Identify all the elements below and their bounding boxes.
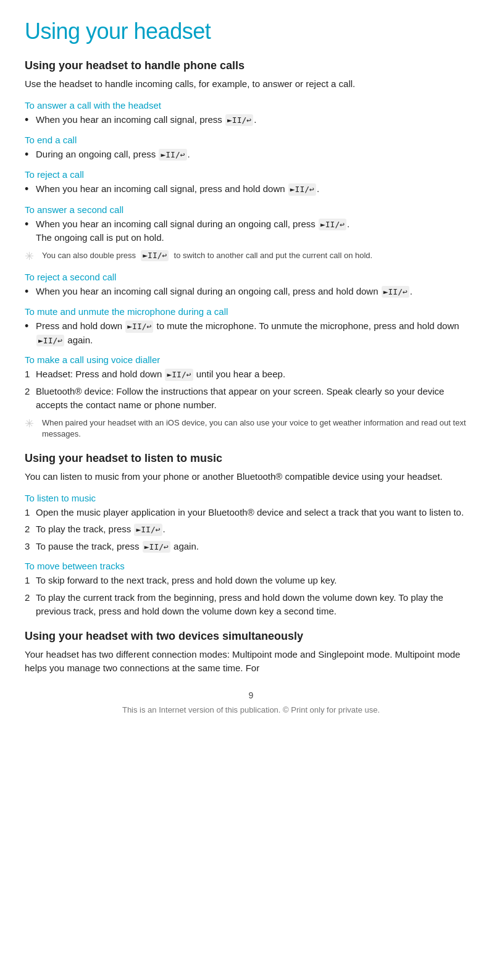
list-item: 2 Bluetooth® device: Follow the instruct…: [25, 385, 477, 413]
move-step2: To play the current track from the begin…: [36, 591, 477, 619]
button-icon: ►II/↩: [134, 524, 162, 536]
voice-dialler-block: To make a call using voice dialler 1 Hea…: [25, 354, 477, 440]
two-devices-heading: Using your headset with two devices simu…: [25, 630, 477, 643]
list-item: 2 To play the track, press ►II/↩.: [25, 522, 477, 537]
answer-second-text: When you hear an incoming call signal du…: [36, 217, 349, 245]
listen-step2: To play the track, press ►II/↩.: [36, 522, 165, 537]
button-icon: ►II/↩: [36, 335, 64, 347]
bullet-icon: •: [25, 148, 36, 162]
button-icon: ►II/↩: [143, 541, 170, 553]
footer-text: This is an Internet version of this publ…: [25, 705, 477, 714]
answer-second-title: To answer a second call: [25, 204, 477, 215]
two-devices-intro: Your headset has two different connectio…: [25, 648, 477, 676]
end-call-block: To end a call • During an ongoing call, …: [25, 135, 477, 162]
voice-dialler-step1: Headset: Press and hold down ►II/↩ until…: [36, 367, 285, 382]
listen-music-title: To listen to music: [25, 493, 477, 503]
button-icon: ►II/↩: [382, 286, 409, 298]
reject-second-title: To reject a second call: [25, 272, 477, 282]
music-heading: Using your headset to listen to music: [25, 452, 477, 465]
mute-block: To mute and unmute the microphone during…: [25, 306, 477, 347]
tip-text: You can also double press ►II/↩ to switc…: [42, 250, 372, 261]
button-icon: ►II/↩: [159, 149, 186, 161]
bullet-icon: •: [25, 319, 36, 333]
bullet-icon: •: [25, 113, 36, 127]
list-num: 1: [25, 506, 36, 520]
phone-calls-intro: Use the headset to handle incoming calls…: [25, 77, 477, 91]
listen-music-block: To listen to music 1 Open the music play…: [25, 493, 477, 554]
bullet-icon: •: [25, 217, 36, 232]
answer-call-block: To answer a call with the headset • When…: [25, 100, 477, 127]
list-item: 1 To skip forward to the next track, pre…: [25, 574, 477, 588]
end-call-text: During an ongoing call, press ►II/↩.: [36, 148, 190, 162]
list-item: 3 To pause the track, press ►II/↩ again.: [25, 540, 477, 554]
list-item: • When you hear an incoming call signal …: [25, 285, 477, 299]
listen-step3: To pause the track, press ►II/↩ again.: [36, 540, 199, 554]
list-item: • When you hear an incoming call signal,…: [25, 113, 477, 127]
list-num: 2: [25, 385, 36, 399]
button-icon: ►II/↩: [288, 183, 316, 196]
page-title: Using your headset: [25, 19, 477, 44]
button-icon: ►II/↩: [141, 250, 169, 261]
list-item: • When you hear an incoming call signal …: [25, 217, 477, 245]
list-item: • Press and hold down ►II/↩ to mute the …: [25, 319, 477, 347]
list-num: 1: [25, 367, 36, 382]
reject-call-title: To reject a call: [25, 169, 477, 180]
voice-dialler-step2: Bluetooth® device: Follow the instructio…: [36, 385, 477, 413]
two-devices-section: Using your headset with two devices simu…: [25, 630, 477, 676]
button-icon: ►II/↩: [125, 320, 153, 333]
list-item: 1 Open the music player application in y…: [25, 506, 477, 520]
bullet-icon: •: [25, 285, 36, 299]
tip-icon: ✳: [25, 416, 40, 432]
list-item: 1 Headset: Press and hold down ►II/↩ unt…: [25, 367, 477, 382]
move-step1: To skip forward to the next track, press…: [36, 574, 337, 588]
tip-icon: ✳: [25, 249, 40, 264]
reject-call-text: When you hear an incoming call signal, p…: [36, 182, 319, 196]
listen-step1: Open the music player application in you…: [36, 506, 464, 520]
end-call-title: To end a call: [25, 135, 477, 145]
tip-box: ✳ When paired your headset with an iOS d…: [25, 417, 477, 440]
button-icon: ►II/↩: [319, 219, 346, 231]
list-num: 3: [25, 540, 36, 554]
list-num: 1: [25, 574, 36, 588]
music-intro: You can listen to music from your phone …: [25, 470, 477, 484]
answer-call-text: When you hear an incoming call signal, p…: [36, 113, 256, 127]
list-num: 2: [25, 591, 36, 605]
mute-text: Press and hold down ►II/↩ to mute the mi…: [36, 319, 477, 347]
move-tracks-title: To move between tracks: [25, 561, 477, 571]
answer-second-block: To answer a second call • When you hear …: [25, 204, 477, 264]
phone-calls-section: Using your headset to handle phone calls…: [25, 59, 477, 440]
answer-call-title: To answer a call with the headset: [25, 100, 477, 111]
move-tracks-block: To move between tracks 1 To skip forward…: [25, 561, 477, 619]
list-item: • During an ongoing call, press ►II/↩.: [25, 148, 477, 162]
phone-calls-heading: Using your headset to handle phone calls: [25, 59, 477, 72]
reject-second-block: To reject a second call • When you hear …: [25, 272, 477, 299]
page-number: 9: [25, 690, 477, 700]
music-section: Using your headset to listen to music Yo…: [25, 452, 477, 619]
list-item: 2 To play the current track from the beg…: [25, 591, 477, 619]
tip-box: ✳ You can also double press ►II/↩ to swi…: [25, 250, 477, 264]
list-num: 2: [25, 522, 36, 537]
tip-text: When paired your headset with an iOS dev…: [42, 417, 477, 440]
list-item: • When you hear an incoming call signal,…: [25, 182, 477, 196]
button-icon: ►II/↩: [165, 369, 193, 381]
voice-dialler-title: To make a call using voice dialler: [25, 354, 477, 365]
reject-second-text: When you hear an incoming call signal du…: [36, 285, 412, 299]
mute-title: To mute and unmute the microphone during…: [25, 306, 477, 317]
button-icon: ►II/↩: [225, 114, 253, 127]
reject-call-block: To reject a call • When you hear an inco…: [25, 169, 477, 196]
bullet-icon: •: [25, 182, 36, 196]
